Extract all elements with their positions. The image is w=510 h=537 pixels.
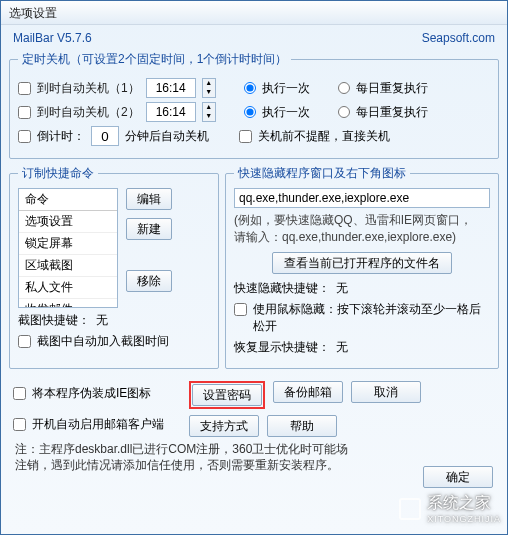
backup-mailbox-button[interactable]: 备份邮箱 — [273, 381, 343, 403]
fake-ie-checkbox[interactable] — [13, 387, 26, 400]
shortcut-group: 订制快捷命令 命令 选项设置 锁定屏幕 区域截图 私人文件 收发邮件 编辑 新建… — [9, 165, 219, 369]
hide-hint1: (例如，要快速隐藏QQ、迅雷和IE网页窗口， — [234, 212, 490, 229]
window-titlebar: 选项设置 — [1, 1, 507, 25]
capture-hotkey-row: 截图快捷键： 无 — [18, 312, 210, 329]
quickhide-legend: 快速隐藏程序窗口及右下角图标 — [234, 165, 410, 182]
countdown-checkbox[interactable] — [18, 130, 31, 143]
hide-hotkey-row: 快速隐藏快捷键： 无 — [234, 280, 490, 297]
shutdown2-daily-label: 每日重复执行 — [356, 104, 428, 121]
watermark-logo-icon — [399, 498, 421, 520]
support-button[interactable]: 支持方式 — [189, 415, 259, 437]
shutdown1-once-label: 执行一次 — [262, 80, 310, 97]
note-line1: 注：主程序deskbar.dll已进行COM注册，360卫士优化时可能场 — [15, 441, 493, 457]
list-item[interactable]: 选项设置 — [19, 211, 117, 233]
command-list[interactable]: 命令 选项设置 锁定屏幕 区域截图 私人文件 收发邮件 — [18, 188, 118, 308]
remove-button[interactable]: 移除 — [126, 270, 172, 292]
edit-button[interactable]: 编辑 — [126, 188, 172, 210]
shutdown1-daily-radio[interactable] — [338, 82, 350, 94]
mouse-hide-row: 使用鼠标隐藏：按下滚轮并滚动至少一格后松开 — [234, 301, 490, 335]
shutdown2-once-radio[interactable] — [244, 106, 256, 118]
shutdown-row-2: 到时自动关机（2） ▲▼ 执行一次 每日重复执行 — [18, 102, 490, 122]
restore-hotkey-label: 恢复显示快捷键： — [234, 339, 330, 356]
shutdown2-label: 到时自动关机（2） — [37, 104, 140, 121]
hide-processes-input[interactable] — [234, 188, 490, 208]
shutdown2-daily-radio[interactable] — [338, 106, 350, 118]
restore-hotkey-row: 恢复显示快捷键： 无 — [234, 339, 490, 356]
autorun-checkbox[interactable] — [13, 418, 26, 431]
new-button[interactable]: 新建 — [126, 218, 172, 240]
no-remind-label: 关机前不提醒，直接关机 — [258, 128, 390, 145]
list-item[interactable]: 区域截图 — [19, 255, 117, 277]
countdown-suffix: 分钟后自动关机 — [125, 128, 209, 145]
watermark-sub: XITONGZHIJIA — [427, 514, 501, 524]
shutdown1-time[interactable] — [146, 78, 196, 98]
countdown-value[interactable] — [91, 126, 119, 146]
shutdown2-checkbox[interactable] — [18, 106, 31, 119]
shutdown1-daily-label: 每日重复执行 — [356, 80, 428, 97]
hide-hint2: 请输入：qq.exe,thunder.exe,iexplore.exe) — [234, 229, 490, 246]
shutdown2-spinner[interactable]: ▲▼ — [202, 102, 216, 122]
set-password-button[interactable]: 设置密码 — [192, 384, 262, 406]
restore-hotkey-value[interactable]: 无 — [336, 339, 348, 356]
hide-hotkey-value[interactable]: 无 — [336, 280, 348, 297]
window-title: 选项设置 — [9, 6, 57, 20]
list-item[interactable]: 收发邮件 — [19, 299, 117, 308]
shutdown-legend: 定时关机（可设置2个固定时间，1个倒计时时间） — [18, 51, 291, 68]
shutdown2-time[interactable] — [146, 102, 196, 122]
capture-addtime-row: 截图中自动加入截图时间 — [18, 333, 210, 350]
no-remind-checkbox[interactable] — [239, 130, 252, 143]
fake-ie-label: 将本程序伪装成IE图标 — [32, 385, 151, 402]
shutdown-group: 定时关机（可设置2个固定时间，1个倒计时时间） 到时自动关机（1） ▲▼ 执行一… — [9, 51, 499, 159]
content-area: MailBar V5.7.6 Seapsoft.com 定时关机（可设置2个固定… — [1, 25, 507, 475]
note-line2: 注销，遇到此情况请添加信任使用，否则需要重新安装程序。 — [15, 457, 493, 473]
shutdown1-label: 到时自动关机（1） — [37, 80, 140, 97]
capture-hotkey-label: 截图快捷键： — [18, 312, 90, 329]
list-item[interactable]: 私人文件 — [19, 277, 117, 299]
list-item[interactable]: 锁定屏幕 — [19, 233, 117, 255]
watermark: 系统之家 XITONGZHIJIA — [399, 493, 501, 524]
hide-hotkey-label: 快速隐藏快捷键： — [234, 280, 330, 297]
vendor-link[interactable]: Seapsoft.com — [422, 31, 495, 45]
cancel-button[interactable]: 取消 — [351, 381, 421, 403]
capture-hotkey-value[interactable]: 无 — [96, 312, 108, 329]
quickhide-group: 快速隐藏程序窗口及右下角图标 (例如，要快速隐藏QQ、迅雷和IE网页窗口， 请输… — [225, 165, 499, 369]
shutdown-row-1: 到时自动关机（1） ▲▼ 执行一次 每日重复执行 — [18, 78, 490, 98]
watermark-text: 系统之家 — [427, 493, 501, 514]
options-window: 选项设置 MailBar V5.7.6 Seapsoft.com 定时关机（可设… — [0, 0, 508, 535]
middle-columns: 订制快捷命令 命令 选项设置 锁定屏幕 区域截图 私人文件 收发邮件 编辑 新建… — [9, 165, 499, 375]
shortcut-legend: 订制快捷命令 — [18, 165, 98, 182]
capture-addtime-checkbox[interactable] — [18, 335, 31, 348]
countdown-row: 倒计时： 分钟后自动关机 关机前不提醒，直接关机 — [18, 126, 490, 146]
confirm-button[interactable]: 确定 — [423, 466, 493, 488]
mouse-hide-checkbox[interactable] — [234, 303, 247, 316]
capture-addtime-label: 截图中自动加入截图时间 — [37, 333, 169, 350]
shutdown1-once-radio[interactable] — [244, 82, 256, 94]
header-row: MailBar V5.7.6 Seapsoft.com — [9, 29, 499, 51]
help-button[interactable]: 帮助 — [267, 415, 337, 437]
bottom-area: 将本程序伪装成IE图标 开机自动启用邮箱客户端 设置密码 备份邮箱 取消 支持方… — [9, 381, 499, 437]
view-open-programs-button[interactable]: 查看当前已打开程序的文件名 — [272, 252, 452, 274]
password-highlight: 设置密码 — [189, 381, 265, 409]
mouse-hide-label: 使用鼠标隐藏：按下滚轮并滚动至少一格后松开 — [253, 301, 490, 335]
autorun-label: 开机自动启用邮箱客户端 — [32, 416, 164, 433]
shutdown1-spinner[interactable]: ▲▼ — [202, 78, 216, 98]
command-list-header: 命令 — [19, 189, 117, 211]
shutdown1-checkbox[interactable] — [18, 82, 31, 95]
app-version: MailBar V5.7.6 — [13, 31, 92, 45]
shutdown2-once-label: 执行一次 — [262, 104, 310, 121]
countdown-label: 倒计时： — [37, 128, 85, 145]
